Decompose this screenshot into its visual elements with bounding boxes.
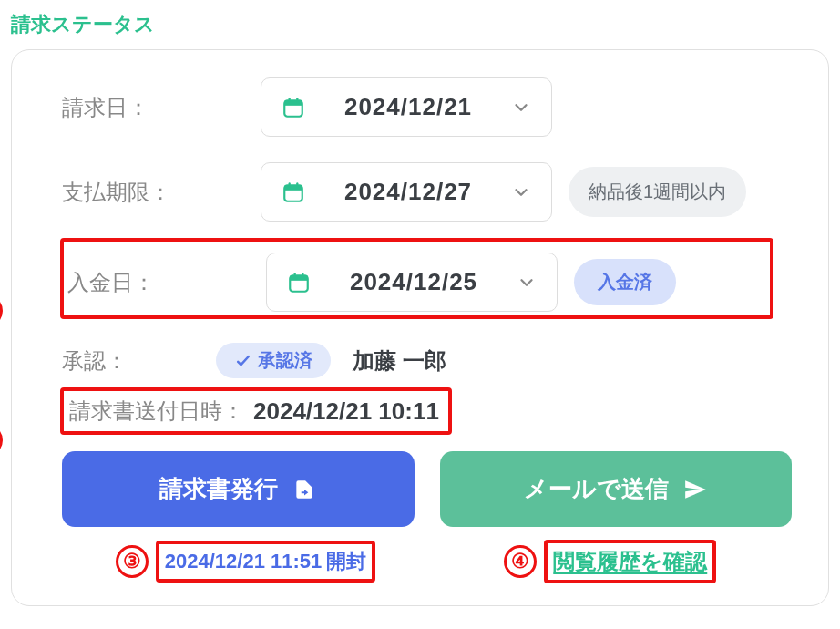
annotation-3: ③ <box>116 545 149 578</box>
billing-date-value: 2024/12/21 <box>322 93 495 121</box>
calendar-icon <box>287 271 311 294</box>
svg-rect-6 <box>289 182 291 187</box>
send-email-button[interactable]: メールで送信 <box>440 451 793 527</box>
approval-status-text: 承認済 <box>258 348 312 373</box>
paper-plane-icon <box>683 478 707 501</box>
sent-datetime-row: 請求書送付日時： 2024/12/21 10:11 <box>62 391 446 431</box>
annotation-4: ④ <box>504 545 537 578</box>
issue-invoice-label: 請求書発行 <box>159 473 278 505</box>
svg-rect-1 <box>284 100 302 105</box>
due-date-field[interactable]: 2024/12/27 <box>261 162 552 222</box>
svg-rect-9 <box>290 275 308 280</box>
svg-rect-7 <box>296 182 298 187</box>
file-export-icon <box>292 478 316 501</box>
svg-rect-3 <box>296 98 298 102</box>
billing-date-row: 請求日： 2024/12/21 <box>62 77 792 137</box>
svg-rect-10 <box>294 273 296 277</box>
history-cell: ④ 閲覧履歴を確認 <box>427 543 793 580</box>
send-email-label: メールで送信 <box>524 473 669 505</box>
due-date-value: 2024/12/27 <box>322 178 495 206</box>
due-date-row: 支払期限： 2024/12/27 納品後1週間以内 <box>62 162 792 222</box>
billing-date-field[interactable]: 2024/12/21 <box>261 77 552 137</box>
approver-name: 加藤 一郎 <box>353 346 446 376</box>
opened-datetime: 2024/12/21 11:51 <box>165 550 323 572</box>
calendar-icon <box>282 96 305 119</box>
due-date-label: 支払期限： <box>62 178 244 207</box>
view-history-link[interactable]: 閲覧履歴を確認 <box>553 549 707 573</box>
footer-row: ③ 2024/12/21 11:51 開封 ④ 閲覧履歴を確認 <box>62 543 792 580</box>
approval-label: 承認： <box>62 346 203 376</box>
payment-date-value: 2024/12/25 <box>327 268 500 296</box>
due-date-note-badge: 納品後1週間以内 <box>569 167 746 217</box>
billing-status-card: 請求日： 2024/12/21 支払期限： 2024/12/27 納品後1週間以… <box>11 49 829 606</box>
payment-status-badge: 入金済 <box>574 259 676 305</box>
chevron-down-icon <box>511 182 531 202</box>
opened-label: 開封 <box>326 550 366 572</box>
billing-date-label: 請求日： <box>62 93 244 122</box>
svg-rect-11 <box>302 273 303 277</box>
calendar-icon <box>282 180 305 204</box>
sent-datetime-value: 2024/12/21 10:11 <box>253 397 439 426</box>
svg-rect-2 <box>289 98 291 102</box>
approval-status-badge: 承認済 <box>216 343 331 378</box>
sent-datetime-label: 請求書送付日時： <box>69 397 244 426</box>
chevron-down-icon <box>511 98 531 118</box>
chevron-down-icon <box>517 273 537 293</box>
section-title: 請求ステータス <box>11 11 829 38</box>
issue-invoice-button[interactable]: 請求書発行 <box>62 451 415 527</box>
payment-date-label: 入金日： <box>67 268 250 297</box>
check-icon <box>234 352 252 370</box>
approval-row: 承認： 承認済 加藤 一郎 <box>62 343 792 378</box>
payment-date-row: 入金日： 2024/12/25 入金済 <box>62 247 792 317</box>
action-buttons-row: 請求書発行 メールで送信 <box>62 451 792 527</box>
opened-cell: ③ 2024/12/21 11:51 開封 <box>62 543 427 580</box>
annotation-1: ① <box>0 294 3 327</box>
annotation-2: ② <box>0 424 3 457</box>
svg-rect-5 <box>284 185 302 190</box>
payment-date-field[interactable]: 2024/12/25 <box>266 253 558 312</box>
